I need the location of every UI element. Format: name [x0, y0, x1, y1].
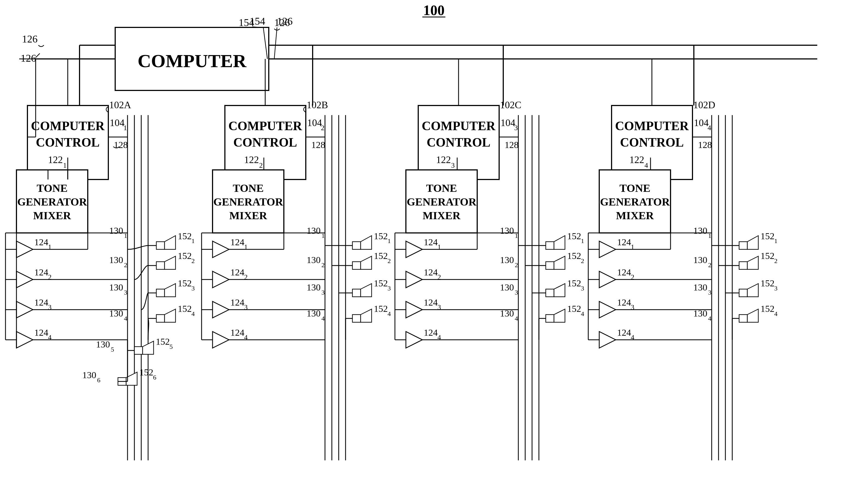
- svg-text:1: 1: [774, 237, 777, 244]
- svg-text:1: 1: [515, 232, 518, 239]
- svg-text:4: 4: [581, 310, 584, 317]
- diagram-svg: 100 COMPUTER 126 154 126 COMPUTER CONTRO…: [0, 0, 868, 499]
- svg-rect-154: [353, 242, 361, 250]
- svg-text:3: 3: [581, 285, 584, 292]
- svg-text:128: 128: [114, 140, 128, 150]
- svg-rect-248: [546, 289, 554, 297]
- svg-text:1: 1: [631, 243, 634, 251]
- svg-text:104: 104: [500, 117, 515, 128]
- svg-text:152: 152: [374, 278, 388, 288]
- svg-text:122: 122: [244, 154, 259, 165]
- svg-text:3: 3: [708, 289, 711, 296]
- svg-text:128: 128: [311, 140, 325, 150]
- svg-text:124: 124: [617, 327, 631, 338]
- svg-rect-95: [134, 346, 143, 354]
- svg-text:4: 4: [124, 315, 127, 322]
- svg-text:130: 130: [500, 226, 514, 236]
- svg-text:152: 152: [374, 231, 388, 241]
- svg-text:126: 126: [22, 33, 38, 45]
- svg-text:130: 130: [307, 226, 321, 236]
- svg-text:152: 152: [761, 304, 774, 314]
- svg-text:3: 3: [321, 289, 325, 296]
- svg-text:4: 4: [321, 315, 325, 322]
- svg-text:GENERATOR: GENERATOR: [600, 196, 670, 208]
- svg-text:152: 152: [178, 251, 192, 261]
- svg-text:122: 122: [48, 154, 63, 165]
- svg-text:1: 1: [48, 243, 51, 251]
- svg-text:1: 1: [581, 237, 584, 244]
- svg-text:2: 2: [774, 257, 777, 265]
- svg-text:124: 124: [230, 297, 245, 307]
- svg-text:3: 3: [437, 303, 441, 311]
- svg-text:3: 3: [244, 303, 248, 311]
- svg-text:6: 6: [153, 374, 156, 381]
- svg-text:124: 124: [424, 267, 438, 277]
- svg-text:4: 4: [644, 161, 648, 169]
- svg-text:152: 152: [374, 251, 388, 261]
- svg-text:2: 2: [321, 124, 324, 132]
- svg-text:GENERATOR: GENERATOR: [407, 196, 477, 208]
- svg-text:2: 2: [581, 257, 584, 265]
- svg-text:130: 130: [693, 255, 707, 265]
- svg-text:CONTROL: CONTROL: [427, 135, 491, 149]
- svg-text:152: 152: [567, 278, 581, 288]
- svg-text:4: 4: [388, 310, 391, 317]
- svg-text:GENERATOR: GENERATOR: [17, 196, 87, 208]
- svg-text:4: 4: [708, 124, 711, 132]
- svg-text:130: 130: [96, 339, 110, 349]
- svg-text:1: 1: [321, 232, 325, 239]
- svg-text:4: 4: [48, 333, 51, 341]
- svg-text:2: 2: [244, 273, 248, 281]
- svg-text:130: 130: [500, 255, 514, 265]
- svg-text:122: 122: [629, 154, 644, 165]
- svg-text:3: 3: [451, 161, 455, 169]
- svg-text:128: 128: [504, 140, 519, 150]
- svg-text:1: 1: [388, 237, 391, 244]
- svg-text:124: 124: [34, 327, 48, 338]
- svg-text:COMPUTER: COMPUTER: [615, 119, 689, 133]
- svg-text:122: 122: [436, 154, 451, 165]
- svg-text:104: 104: [307, 117, 322, 128]
- svg-text:124: 124: [424, 297, 438, 307]
- svg-text:2: 2: [515, 261, 518, 269]
- svg-text:2: 2: [631, 273, 634, 281]
- svg-text:130: 130: [693, 308, 707, 318]
- svg-text:104: 104: [694, 117, 709, 128]
- svg-text:130: 130: [307, 282, 321, 292]
- svg-text:124: 124: [617, 237, 631, 247]
- svg-text:2: 2: [124, 261, 127, 269]
- svg-text:130: 130: [693, 226, 707, 236]
- svg-text:3: 3: [631, 303, 634, 311]
- svg-text:154: 154: [250, 15, 265, 27]
- svg-text:GENERATOR: GENERATOR: [213, 196, 283, 208]
- svg-text:5: 5: [169, 343, 173, 350]
- svg-text:128: 128: [698, 140, 712, 150]
- svg-text:2: 2: [259, 161, 263, 169]
- svg-text:TONE: TONE: [619, 182, 651, 194]
- svg-text:3: 3: [388, 285, 391, 292]
- svg-text:152: 152: [178, 304, 192, 314]
- svg-text:1: 1: [191, 237, 195, 244]
- svg-text:152: 152: [567, 251, 581, 261]
- svg-text:2: 2: [48, 273, 51, 281]
- svg-text:2: 2: [437, 273, 441, 281]
- svg-text:2: 2: [191, 257, 195, 265]
- svg-text:124: 124: [34, 297, 48, 307]
- svg-text:124: 124: [230, 327, 245, 338]
- svg-text:3: 3: [515, 289, 518, 296]
- svg-rect-175: [353, 315, 361, 322]
- svg-text:6: 6: [97, 377, 100, 384]
- svg-text:4: 4: [631, 333, 634, 341]
- svg-text:TONE: TONE: [233, 182, 264, 194]
- svg-rect-67: [156, 242, 165, 250]
- svg-text:152: 152: [761, 251, 774, 261]
- svg-text:2: 2: [708, 261, 711, 269]
- svg-text:124: 124: [34, 267, 48, 277]
- svg-text:152: 152: [156, 337, 170, 346]
- svg-text:130: 130: [500, 308, 514, 318]
- svg-text:126: 126: [21, 52, 36, 64]
- svg-rect-319: [739, 262, 747, 269]
- svg-text:MIXER: MIXER: [616, 209, 654, 222]
- svg-rect-81: [156, 289, 165, 297]
- svg-text:3: 3: [124, 289, 127, 296]
